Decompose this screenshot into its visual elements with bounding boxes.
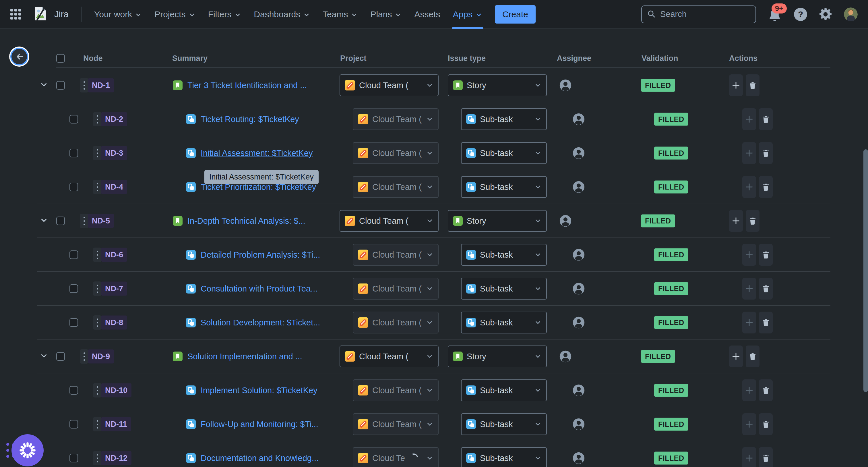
summary-link[interactable]: Detailed Problem Analysis: $Ti...: [200, 250, 320, 260]
issue-type-select[interactable]: Sub-task: [461, 413, 547, 435]
delete-button[interactable]: [759, 244, 773, 266]
summary-link[interactable]: Implement Solution: $TicketKey: [200, 386, 317, 395]
issue-type-select[interactable]: Sub-task: [461, 379, 547, 401]
assignee-avatar[interactable]: [572, 249, 585, 261]
add-child-button[interactable]: [742, 379, 756, 401]
drag-handle[interactable]: [93, 451, 102, 465]
nav-item-plans[interactable]: Plans: [370, 0, 402, 29]
drag-handle[interactable]: [93, 282, 102, 296]
summary-link[interactable]: Solution Implementation and ...: [187, 352, 302, 361]
expand-chevron-icon[interactable]: [40, 352, 48, 361]
issue-type-select[interactable]: Sub-task: [461, 176, 547, 198]
delete-button[interactable]: [759, 108, 773, 130]
add-child-button[interactable]: [742, 413, 756, 435]
delete-button[interactable]: [759, 447, 773, 467]
row-checkbox[interactable]: [56, 352, 65, 361]
expand-chevron-icon[interactable]: [40, 80, 48, 90]
add-child-button[interactable]: [742, 312, 756, 333]
drag-handle[interactable]: [93, 247, 102, 262]
project-select[interactable]: Cloud Team (: [353, 142, 439, 164]
assistant-fab-button[interactable]: [11, 434, 43, 466]
drag-handle[interactable]: [93, 315, 102, 330]
nav-item-filters[interactable]: Filters: [208, 0, 241, 29]
add-child-button[interactable]: [742, 244, 756, 266]
row-checkbox[interactable]: [69, 115, 78, 123]
delete-button[interactable]: [759, 379, 773, 401]
project-select[interactable]: Cloud Team (: [353, 244, 439, 266]
nav-item-apps[interactable]: Apps: [453, 0, 482, 29]
nav-item-dashboards[interactable]: Dashboards: [254, 0, 310, 29]
drag-handle[interactable]: [80, 78, 88, 92]
select-all-checkbox[interactable]: [56, 54, 65, 63]
delete-button[interactable]: [759, 142, 773, 164]
vertical-scrollbar-thumb[interactable]: [863, 149, 868, 392]
summary-link[interactable]: Documentation and Knowledg...: [200, 454, 319, 463]
issue-type-select[interactable]: Sub-task: [461, 447, 547, 467]
issue-type-select[interactable]: Story: [448, 346, 547, 367]
issue-type-select[interactable]: Sub-task: [461, 142, 547, 164]
drag-handle[interactable]: [93, 417, 102, 431]
summary-link[interactable]: Ticket Routing: $TicketKey: [200, 115, 299, 124]
assignee-avatar[interactable]: [572, 452, 585, 464]
add-child-button[interactable]: [742, 447, 756, 467]
delete-button[interactable]: [759, 176, 773, 198]
expand-chevron-icon[interactable]: [40, 216, 48, 226]
summary-link[interactable]: Tier 3 Ticket Identification and ...: [187, 81, 307, 90]
drag-handle[interactable]: [93, 146, 102, 160]
delete-button[interactable]: [759, 278, 773, 299]
project-select[interactable]: Cloud Team (: [353, 108, 439, 130]
project-select[interactable]: Cloud Te: [353, 447, 439, 467]
summary-link[interactable]: Follow-Up and Monitoring: $Ti...: [200, 419, 318, 429]
summary-link[interactable]: Solution Development: $Ticket...: [200, 318, 320, 327]
project-select[interactable]: Cloud Team (: [353, 413, 439, 435]
assignee-avatar[interactable]: [572, 181, 585, 193]
assignee-avatar[interactable]: [559, 79, 572, 92]
project-select[interactable]: Cloud Team (: [353, 312, 439, 333]
delete-button[interactable]: [759, 312, 773, 333]
project-select[interactable]: Cloud Team (: [353, 379, 439, 401]
drag-handle[interactable]: [80, 214, 88, 228]
row-checkbox[interactable]: [69, 183, 78, 191]
project-select[interactable]: Cloud Team (: [340, 75, 439, 96]
assignee-avatar[interactable]: [572, 418, 585, 431]
row-checkbox[interactable]: [69, 251, 78, 259]
issue-type-select[interactable]: Sub-task: [461, 108, 547, 130]
issue-type-select[interactable]: Story: [448, 210, 547, 232]
row-checkbox[interactable]: [69, 318, 78, 327]
drag-handle[interactable]: [93, 383, 102, 398]
drag-handle[interactable]: [80, 349, 88, 363]
assignee-avatar[interactable]: [572, 147, 585, 159]
add-child-button[interactable]: [742, 176, 756, 198]
delete-button[interactable]: [746, 210, 760, 232]
settings-button[interactable]: [818, 7, 832, 21]
project-select[interactable]: Cloud Team (: [340, 346, 439, 367]
assignee-avatar[interactable]: [572, 282, 585, 295]
assignee-avatar[interactable]: [572, 113, 585, 125]
assignee-avatar[interactable]: [559, 214, 572, 227]
project-select[interactable]: Cloud Team (: [340, 210, 439, 232]
assignee-avatar[interactable]: [572, 316, 585, 329]
user-avatar[interactable]: [844, 7, 858, 21]
delete-button[interactable]: [746, 346, 760, 367]
delete-button[interactable]: [759, 413, 773, 435]
issue-type-select[interactable]: Story: [448, 75, 547, 96]
row-checkbox[interactable]: [69, 454, 78, 462]
search-input[interactable]: [660, 9, 769, 19]
nav-item-teams[interactable]: Teams: [322, 0, 358, 29]
notifications-button[interactable]: 9+: [768, 6, 782, 23]
back-button[interactable]: [10, 48, 28, 65]
issue-type-select[interactable]: Sub-task: [461, 278, 547, 299]
drag-handle[interactable]: [93, 112, 102, 126]
nav-item-projects[interactable]: Projects: [154, 0, 195, 29]
create-button[interactable]: Create: [495, 5, 536, 24]
assignee-avatar[interactable]: [559, 350, 572, 363]
row-checkbox[interactable]: [56, 216, 65, 225]
delete-button[interactable]: [746, 75, 760, 96]
drag-handle[interactable]: [93, 180, 102, 194]
summary-link[interactable]: Initial Assessment: $TicketKey: [200, 148, 313, 158]
project-select[interactable]: Cloud Team (: [353, 176, 439, 198]
add-child-button[interactable]: [729, 210, 743, 232]
row-checkbox[interactable]: [69, 149, 78, 157]
issue-type-select[interactable]: Sub-task: [461, 312, 547, 333]
add-child-button[interactable]: [742, 142, 756, 164]
